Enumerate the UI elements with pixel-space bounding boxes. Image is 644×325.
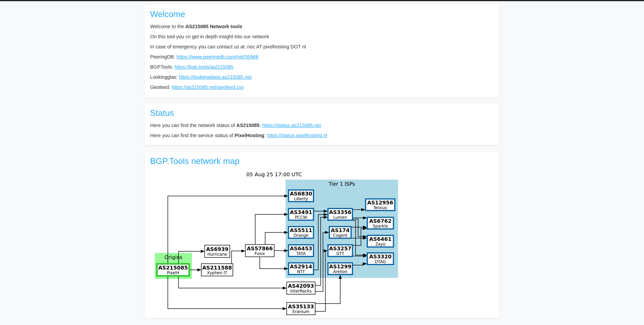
node-as1299: AS1299Arelion bbox=[328, 262, 353, 275]
node-as215085: AS215085PixelH bbox=[156, 263, 190, 276]
node-as3257-asn: AS3257 bbox=[329, 246, 352, 252]
node-as211588: AS211588Xyphen IT bbox=[201, 264, 233, 276]
node-as6762-name: Sparkle bbox=[373, 224, 388, 228]
node-as215085-name: PixelH bbox=[167, 271, 179, 275]
node-as3320-asn: AS3320 bbox=[369, 254, 392, 260]
node-as5511-asn: AS5511 bbox=[290, 227, 312, 233]
node-as3356: AS3356Lumen bbox=[328, 208, 353, 221]
edge-AS57866-AS2914 bbox=[260, 257, 288, 269]
node-as35133-name: Eranium bbox=[292, 310, 309, 314]
edge-AS57866-AS3491 bbox=[255, 214, 288, 244]
node-as1299-name: Arelion bbox=[333, 270, 347, 274]
node-as6453: AS6453TATA bbox=[288, 244, 314, 257]
node-as6939-name: Hurricane bbox=[207, 252, 227, 257]
node-as6939: AS6939Hurricane bbox=[204, 245, 230, 258]
node-as57866: AS57866Fusix bbox=[245, 244, 274, 257]
node-as35133: AS35133Eranium bbox=[286, 302, 316, 315]
node-as5511-name: Orange bbox=[294, 233, 308, 238]
node-as2914-asn: AS2914 bbox=[290, 264, 312, 270]
node-as6830-name: Liberty bbox=[294, 197, 308, 201]
node-as3356-asn: AS3356 bbox=[329, 209, 352, 215]
node-as174-asn: AS174 bbox=[331, 227, 350, 233]
node-as3320: AS3320DTAG bbox=[367, 252, 394, 265]
node-as3257: AS3257GTT bbox=[328, 244, 353, 257]
node-as12956: AS12956Telxius bbox=[365, 198, 395, 211]
node-as42093: AS42093InterRacks bbox=[286, 282, 316, 294]
node-as5511: AS5511Orange bbox=[288, 226, 314, 239]
node-as6453-asn: AS6453 bbox=[290, 246, 312, 252]
edge-AS215085-AS42093 bbox=[178, 276, 286, 288]
node-as6461-asn: AS6461 bbox=[369, 236, 392, 242]
node-as6762: AS6762Sparkle bbox=[367, 217, 394, 230]
node-as3491: AS3491PCCW bbox=[288, 208, 314, 221]
node-as42093-asn: AS42093 bbox=[288, 283, 314, 289]
node-as35133-asn: AS35133 bbox=[288, 304, 314, 310]
node-as1299-asn: AS1299 bbox=[329, 264, 352, 270]
edge-AS57866-AS5511 bbox=[265, 232, 288, 244]
node-as6762-asn: AS6762 bbox=[369, 218, 392, 224]
node-as174-name: Cogent bbox=[333, 233, 348, 238]
node-as57866-name: Fusix bbox=[254, 252, 265, 256]
node-as211588-name: Xyphen IT bbox=[207, 271, 227, 275]
node-as6830: AS6830Liberty bbox=[288, 190, 314, 202]
node-as215085-asn: AS215085 bbox=[158, 264, 188, 271]
bgp-network-diagram: 05 Aug 25 17:00 UTC Tier 1 ISPs Origins bbox=[0, 0, 644, 325]
node-as12956-asn: AS12956 bbox=[367, 200, 393, 206]
node-as211588-asn: AS211588 bbox=[202, 264, 232, 271]
node-as2914: AS2914NTT bbox=[288, 262, 314, 275]
node-as57866-asn: AS57866 bbox=[247, 246, 273, 252]
node-as6939-asn: AS6939 bbox=[206, 246, 228, 252]
node-as3320-name: DTAG bbox=[375, 260, 386, 264]
node-as3491-name: PCCW bbox=[295, 215, 307, 220]
node-as2914-name: NTT bbox=[297, 270, 305, 274]
node-as42093-name: InterRacks bbox=[290, 289, 312, 294]
node-as12956-name: Telxius bbox=[374, 206, 387, 210]
tier1-cluster-label: Tier 1 ISPs bbox=[286, 180, 398, 187]
map-timestamp: 05 Aug 25 17:00 UTC bbox=[150, 171, 398, 178]
edge-AS215085-AS35133 bbox=[168, 276, 286, 309]
node-as6830-asn: AS6830 bbox=[290, 190, 312, 197]
edge-AS211588-AS57866 bbox=[232, 251, 245, 264]
edge-AS35133-AS1299 bbox=[316, 275, 340, 304]
node-as3257-name: GTT bbox=[336, 252, 344, 256]
node-as6461: AS6461Zayo bbox=[367, 235, 394, 248]
origins-cluster-label: Origins bbox=[155, 253, 192, 260]
node-as174: AS174Cogent bbox=[329, 226, 352, 239]
node-as6453-name: TATA bbox=[296, 252, 306, 256]
node-as3491-asn: AS3491 bbox=[290, 209, 312, 215]
node-as3356-name: Lumen bbox=[333, 215, 347, 220]
node-as6461-name: Zayo bbox=[375, 242, 386, 246]
